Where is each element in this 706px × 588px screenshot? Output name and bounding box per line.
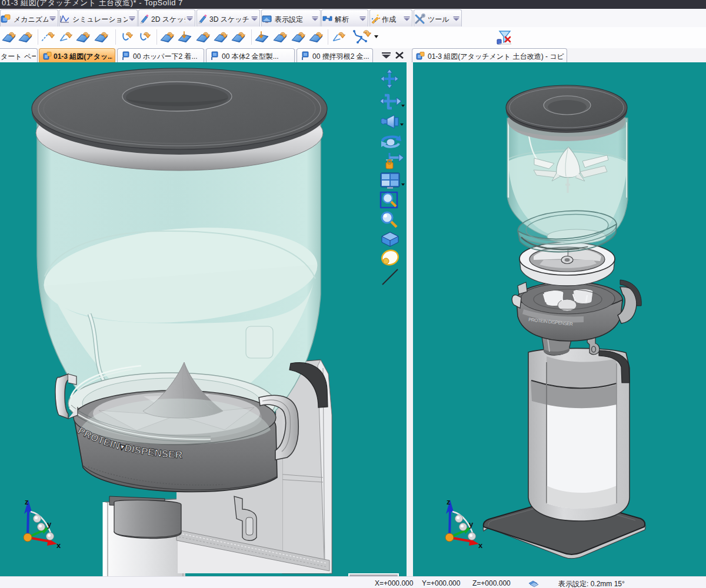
svg-text:x: x bbox=[478, 541, 483, 550]
svg-text:y: y bbox=[469, 520, 474, 529]
svg-text:z: z bbox=[447, 497, 451, 506]
svg-text:z: z bbox=[25, 497, 29, 506]
svg-text:y: y bbox=[47, 520, 52, 529]
svg-text:x: x bbox=[56, 541, 61, 550]
